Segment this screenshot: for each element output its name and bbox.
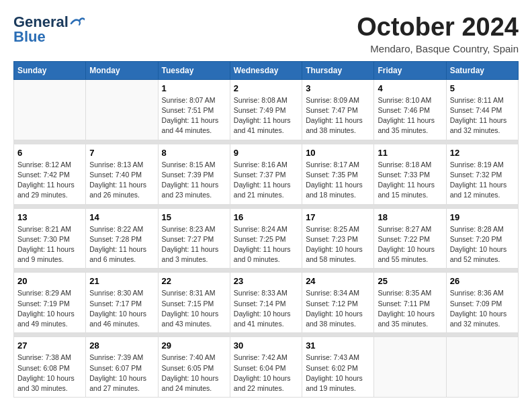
day-info: Sunrise: 8:18 AMSunset: 7:33 PMDaylight:… xyxy=(378,160,442,201)
logo-blue: Blue xyxy=(13,28,46,46)
calendar-cell: 14Sunrise: 8:22 AMSunset: 7:28 PMDayligh… xyxy=(86,208,158,269)
month-title: October 2024 xyxy=(357,13,519,42)
header-thursday: Thursday xyxy=(302,61,374,79)
location: Mendaro, Basque Country, Spain xyxy=(357,43,519,54)
calendar-cell: 31Sunrise: 7:43 AMSunset: 6:02 PMDayligh… xyxy=(302,337,374,398)
day-number: 24 xyxy=(306,276,370,286)
calendar-cell: 22Sunrise: 8:31 AMSunset: 7:15 PMDayligh… xyxy=(158,273,230,333)
calendar-cell: 28Sunrise: 7:39 AMSunset: 6:07 PMDayligh… xyxy=(86,337,158,398)
day-info: Sunrise: 8:23 AMSunset: 7:27 PMDaylight:… xyxy=(162,224,226,265)
calendar-cell: 27Sunrise: 7:38 AMSunset: 6:08 PMDayligh… xyxy=(14,337,86,398)
calendar-cell: 11Sunrise: 8:18 AMSunset: 7:33 PMDayligh… xyxy=(374,144,446,204)
day-number: 19 xyxy=(450,212,515,222)
day-info: Sunrise: 7:42 AMSunset: 6:04 PMDaylight:… xyxy=(234,353,298,394)
logo-bird-icon xyxy=(70,17,85,28)
day-number: 26 xyxy=(450,276,515,286)
day-number: 1 xyxy=(162,83,226,93)
day-info: Sunrise: 8:31 AMSunset: 7:15 PMDaylight:… xyxy=(162,288,226,329)
day-number: 20 xyxy=(17,276,82,286)
calendar-cell: 21Sunrise: 8:30 AMSunset: 7:17 PMDayligh… xyxy=(86,273,158,333)
calendar-cell: 17Sunrise: 8:25 AMSunset: 7:23 PMDayligh… xyxy=(302,208,374,269)
day-info: Sunrise: 8:25 AMSunset: 7:23 PMDaylight:… xyxy=(306,224,370,265)
day-info: Sunrise: 8:19 AMSunset: 7:32 PMDaylight:… xyxy=(450,160,515,201)
calendar-cell: 4Sunrise: 8:10 AMSunset: 7:46 PMDaylight… xyxy=(374,79,446,140)
day-number: 2 xyxy=(234,83,298,93)
calendar-cell: 3Sunrise: 8:09 AMSunset: 7:47 PMDaylight… xyxy=(302,79,374,140)
day-info: Sunrise: 8:08 AMSunset: 7:49 PMDaylight:… xyxy=(234,95,298,136)
calendar-week-row: 20Sunrise: 8:29 AMSunset: 7:19 PMDayligh… xyxy=(14,273,519,333)
header-monday: Monday xyxy=(86,61,158,79)
day-info: Sunrise: 8:17 AMSunset: 7:35 PMDaylight:… xyxy=(306,160,370,201)
day-number: 5 xyxy=(450,83,515,93)
calendar-cell: 6Sunrise: 8:12 AMSunset: 7:42 PMDaylight… xyxy=(14,144,86,204)
day-info: Sunrise: 8:10 AMSunset: 7:46 PMDaylight:… xyxy=(378,95,442,136)
day-number: 15 xyxy=(162,212,226,222)
day-number: 29 xyxy=(162,340,226,351)
calendar-cell: 29Sunrise: 7:40 AMSunset: 6:05 PMDayligh… xyxy=(158,337,230,398)
calendar-table: SundayMondayTuesdayWednesdayThursdayFrid… xyxy=(13,61,519,398)
calendar-cell: 1Sunrise: 8:07 AMSunset: 7:51 PMDaylight… xyxy=(158,79,230,140)
day-number: 28 xyxy=(89,340,154,351)
day-number: 13 xyxy=(17,212,82,222)
day-info: Sunrise: 8:13 AMSunset: 7:40 PMDaylight:… xyxy=(89,160,154,201)
calendar-body: 1Sunrise: 8:07 AMSunset: 7:51 PMDaylight… xyxy=(14,79,519,397)
day-number: 4 xyxy=(378,83,442,93)
day-number: 14 xyxy=(89,212,154,222)
calendar-cell: 2Sunrise: 8:08 AMSunset: 7:49 PMDaylight… xyxy=(230,79,302,140)
calendar-cell: 9Sunrise: 8:16 AMSunset: 7:37 PMDaylight… xyxy=(230,144,302,204)
calendar-cell: 25Sunrise: 8:35 AMSunset: 7:11 PMDayligh… xyxy=(374,273,446,333)
calendar-cell: 13Sunrise: 8:21 AMSunset: 7:30 PMDayligh… xyxy=(14,208,86,269)
day-number: 7 xyxy=(89,148,154,158)
calendar-cell xyxy=(374,337,446,398)
calendar-cell xyxy=(14,79,86,140)
day-info: Sunrise: 8:28 AMSunset: 7:20 PMDaylight:… xyxy=(450,224,515,265)
day-number: 25 xyxy=(378,276,442,286)
calendar-cell: 12Sunrise: 8:19 AMSunset: 7:32 PMDayligh… xyxy=(446,144,518,204)
day-number: 6 xyxy=(17,148,82,158)
calendar-header: SundayMondayTuesdayWednesdayThursdayFrid… xyxy=(14,61,519,79)
day-info: Sunrise: 8:22 AMSunset: 7:28 PMDaylight:… xyxy=(89,224,154,265)
calendar-cell: 5Sunrise: 8:11 AMSunset: 7:44 PMDaylight… xyxy=(446,79,518,140)
calendar-cell: 16Sunrise: 8:24 AMSunset: 7:25 PMDayligh… xyxy=(230,208,302,269)
day-info: Sunrise: 8:33 AMSunset: 7:14 PMDaylight:… xyxy=(234,288,298,329)
calendar-cell: 15Sunrise: 8:23 AMSunset: 7:27 PMDayligh… xyxy=(158,208,230,269)
calendar-week-row: 27Sunrise: 7:38 AMSunset: 6:08 PMDayligh… xyxy=(14,337,519,398)
calendar-cell: 19Sunrise: 8:28 AMSunset: 7:20 PMDayligh… xyxy=(446,208,518,269)
calendar-cell: 23Sunrise: 8:33 AMSunset: 7:14 PMDayligh… xyxy=(230,273,302,333)
header-wednesday: Wednesday xyxy=(230,61,302,79)
day-number: 3 xyxy=(306,83,370,93)
day-number: 18 xyxy=(378,212,442,222)
header-tuesday: Tuesday xyxy=(158,61,230,79)
day-info: Sunrise: 7:39 AMSunset: 6:07 PMDaylight:… xyxy=(89,353,154,394)
day-info: Sunrise: 8:34 AMSunset: 7:12 PMDaylight:… xyxy=(306,288,370,329)
day-info: Sunrise: 7:40 AMSunset: 6:05 PMDaylight:… xyxy=(162,353,226,394)
day-info: Sunrise: 8:29 AMSunset: 7:19 PMDaylight:… xyxy=(17,288,82,329)
day-info: Sunrise: 8:07 AMSunset: 7:51 PMDaylight:… xyxy=(162,95,226,136)
day-number: 16 xyxy=(234,212,298,222)
day-info: Sunrise: 8:15 AMSunset: 7:39 PMDaylight:… xyxy=(162,160,226,201)
calendar-cell: 30Sunrise: 7:42 AMSunset: 6:04 PMDayligh… xyxy=(230,337,302,398)
day-info: Sunrise: 8:09 AMSunset: 7:47 PMDaylight:… xyxy=(306,95,370,136)
day-info: Sunrise: 8:27 AMSunset: 7:22 PMDaylight:… xyxy=(378,224,442,265)
day-number: 10 xyxy=(306,148,370,158)
calendar-cell: 8Sunrise: 8:15 AMSunset: 7:39 PMDaylight… xyxy=(158,144,230,204)
day-number: 9 xyxy=(234,148,298,158)
calendar-cell: 18Sunrise: 8:27 AMSunset: 7:22 PMDayligh… xyxy=(374,208,446,269)
calendar-week-row: 6Sunrise: 8:12 AMSunset: 7:42 PMDaylight… xyxy=(14,144,519,204)
calendar-cell: 7Sunrise: 8:13 AMSunset: 7:40 PMDaylight… xyxy=(86,144,158,204)
day-info: Sunrise: 8:11 AMSunset: 7:44 PMDaylight:… xyxy=(450,95,515,136)
calendar-cell xyxy=(446,337,518,398)
calendar-cell: 20Sunrise: 8:29 AMSunset: 7:19 PMDayligh… xyxy=(14,273,86,333)
calendar-cell: 10Sunrise: 8:17 AMSunset: 7:35 PMDayligh… xyxy=(302,144,374,204)
calendar-week-row: 1Sunrise: 8:07 AMSunset: 7:51 PMDaylight… xyxy=(14,79,519,140)
day-info: Sunrise: 7:38 AMSunset: 6:08 PMDaylight:… xyxy=(17,353,82,394)
day-number: 12 xyxy=(450,148,515,158)
header-friday: Friday xyxy=(374,61,446,79)
day-info: Sunrise: 8:30 AMSunset: 7:17 PMDaylight:… xyxy=(89,288,154,329)
day-number: 31 xyxy=(306,340,370,351)
day-info: Sunrise: 8:35 AMSunset: 7:11 PMDaylight:… xyxy=(378,288,442,329)
title-section: October 2024 Mendaro, Basque Country, Sp… xyxy=(357,13,519,54)
day-number: 11 xyxy=(378,148,442,158)
day-info: Sunrise: 8:36 AMSunset: 7:09 PMDaylight:… xyxy=(450,288,515,329)
calendar-week-row: 13Sunrise: 8:21 AMSunset: 7:30 PMDayligh… xyxy=(14,208,519,269)
